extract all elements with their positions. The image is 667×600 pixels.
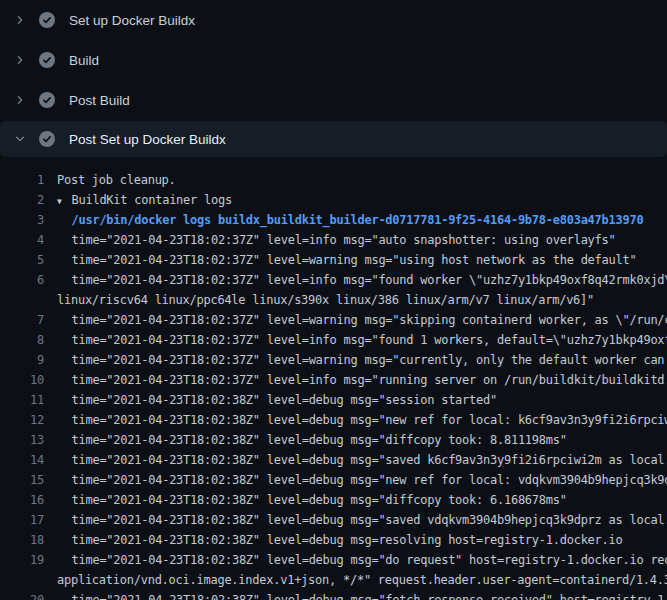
line-number[interactable]: 6	[0, 273, 44, 287]
log-line: 20time="2021-04-23T18:02:38Z" level=debu…	[0, 590, 667, 600]
log-line: 17time="2021-04-23T18:02:38Z" level=debu…	[0, 510, 667, 530]
check-circle-icon	[39, 92, 55, 108]
log-line-continuation: linux/riscv64 linux/ppc64le linux/s390x …	[0, 290, 667, 310]
log-line: 15time="2021-04-23T18:02:38Z" level=debu…	[0, 470, 667, 490]
line-number[interactable]: 17	[0, 513, 44, 527]
log-text: time="2021-04-23T18:02:37Z" level=info m…	[57, 373, 667, 387]
log-line: 18time="2021-04-23T18:02:38Z" level=debu…	[0, 530, 667, 550]
log-text: time="2021-04-23T18:02:38Z" level=debug …	[57, 533, 623, 547]
step-row-post-set-up-docker-buildx[interactable]: Post Set up Docker Buildx	[0, 121, 667, 157]
log-text: time="2021-04-23T18:02:38Z" level=debug …	[57, 433, 567, 447]
line-number[interactable]: 14	[0, 453, 44, 467]
log-text: time="2021-04-23T18:02:37Z" level=warnin…	[57, 253, 636, 267]
step-row-set-up-docker-buildx[interactable]: Set up Docker Buildx	[0, 0, 667, 40]
log-line: 12time="2021-04-23T18:02:38Z" level=debu…	[0, 410, 667, 430]
log-line: 9time="2021-04-23T18:02:37Z" level=warni…	[0, 350, 667, 370]
log-line: 7time="2021-04-23T18:02:37Z" level=warni…	[0, 310, 667, 330]
chevron-right-icon[interactable]	[12, 52, 28, 68]
log-line: 6time="2021-04-23T18:02:37Z" level=info …	[0, 270, 667, 290]
line-number[interactable]: 13	[0, 433, 44, 447]
log-line: 13time="2021-04-23T18:02:38Z" level=debu…	[0, 430, 667, 450]
log-line-continuation: application/vnd.oci.image.index.v1+json,…	[0, 570, 667, 590]
log-group-header[interactable]: ▼BuildKit container logs	[57, 193, 232, 207]
line-number[interactable]: 16	[0, 493, 44, 507]
step-label: Set up Docker Buildx	[69, 13, 195, 28]
line-number[interactable]: 9	[0, 353, 44, 367]
log-line: 8time="2021-04-23T18:02:37Z" level=info …	[0, 330, 667, 350]
chevron-right-icon[interactable]	[12, 92, 28, 108]
group-title[interactable]: BuildKit container logs	[72, 193, 232, 207]
line-number[interactable]: 12	[0, 413, 44, 427]
log-text: time="2021-04-23T18:02:38Z" level=debug …	[57, 473, 667, 487]
log-text: time="2021-04-23T18:02:38Z" level=debug …	[57, 413, 667, 427]
log-text: time="2021-04-23T18:02:38Z" level=debug …	[57, 593, 667, 600]
log-text: application/vnd.oci.image.index.v1+json,…	[57, 573, 667, 587]
log-line: 14time="2021-04-23T18:02:38Z" level=debu…	[0, 450, 667, 470]
log-text: time="2021-04-23T18:02:38Z" level=debug …	[57, 453, 667, 467]
log-line: 3/usr/bin/docker logs buildx_buildkit_bu…	[0, 210, 667, 230]
github-actions-log-viewer: Set up Docker BuildxBuildPost BuildPost …	[0, 0, 667, 600]
log-text: time="2021-04-23T18:02:38Z" level=debug …	[57, 553, 667, 567]
log-text: time="2021-04-23T18:02:37Z" level=info m…	[57, 333, 667, 347]
line-number[interactable]: 10	[0, 373, 44, 387]
log-line: 16time="2021-04-23T18:02:38Z" level=debu…	[0, 490, 667, 510]
check-circle-icon	[39, 12, 55, 28]
log-text: time="2021-04-23T18:02:38Z" level=debug …	[57, 513, 667, 527]
line-number[interactable]: 18	[0, 533, 44, 547]
log-text: time="2021-04-23T18:02:37Z" level=warnin…	[57, 313, 667, 327]
line-number[interactable]: 8	[0, 333, 44, 347]
line-number[interactable]: 15	[0, 473, 44, 487]
log-line: 1Post job cleanup.	[0, 170, 667, 190]
log-text: time="2021-04-23T18:02:38Z" level=debug …	[57, 493, 567, 507]
log-line: 10time="2021-04-23T18:02:37Z" level=info…	[0, 370, 667, 390]
step-row-build[interactable]: Build	[0, 40, 667, 80]
log-command-text: /usr/bin/docker logs buildx_buildkit_bui…	[57, 213, 643, 227]
log-text: time="2021-04-23T18:02:38Z" level=debug …	[57, 393, 497, 407]
line-number[interactable]: 4	[0, 233, 44, 247]
step-label: Post Build	[69, 93, 130, 108]
line-number[interactable]: 20	[0, 593, 44, 600]
line-number[interactable]: 11	[0, 393, 44, 407]
line-number[interactable]: 19	[0, 553, 44, 567]
group-collapse-icon[interactable]: ▼	[57, 197, 72, 206]
log-line: 19time="2021-04-23T18:02:38Z" level=debu…	[0, 550, 667, 570]
log-text: time="2021-04-23T18:02:37Z" level=warnin…	[57, 353, 667, 367]
step-label: Build	[69, 53, 99, 68]
log-line: 11time="2021-04-23T18:02:38Z" level=debu…	[0, 390, 667, 410]
log-text: linux/riscv64 linux/ppc64le linux/s390x …	[57, 293, 594, 307]
chevron-down-icon[interactable]	[12, 131, 28, 147]
step-row-post-build[interactable]: Post Build	[0, 80, 667, 120]
check-circle-icon	[39, 131, 55, 147]
line-number[interactable]: 7	[0, 313, 44, 327]
chevron-right-icon[interactable]	[12, 12, 28, 28]
log-line: 4time="2021-04-23T18:02:37Z" level=info …	[0, 230, 667, 250]
line-number[interactable]: 5	[0, 253, 44, 267]
check-circle-icon	[39, 52, 55, 68]
step-log-output: 1Post job cleanup.2▼BuildKit container l…	[0, 157, 667, 600]
log-line: 2▼BuildKit container logs	[0, 190, 667, 210]
log-line: 5time="2021-04-23T18:02:37Z" level=warni…	[0, 250, 667, 270]
line-number[interactable]: 2	[0, 193, 44, 207]
step-label: Post Set up Docker Buildx	[69, 132, 226, 147]
job-steps-list: Set up Docker BuildxBuildPost BuildPost …	[0, 0, 667, 157]
line-number[interactable]: 3	[0, 213, 44, 227]
log-text: time="2021-04-23T18:02:37Z" level=info m…	[57, 273, 667, 287]
log-text: time="2021-04-23T18:02:37Z" level=info m…	[57, 233, 616, 247]
line-number[interactable]: 1	[0, 173, 44, 187]
log-text: Post job cleanup.	[57, 173, 176, 187]
